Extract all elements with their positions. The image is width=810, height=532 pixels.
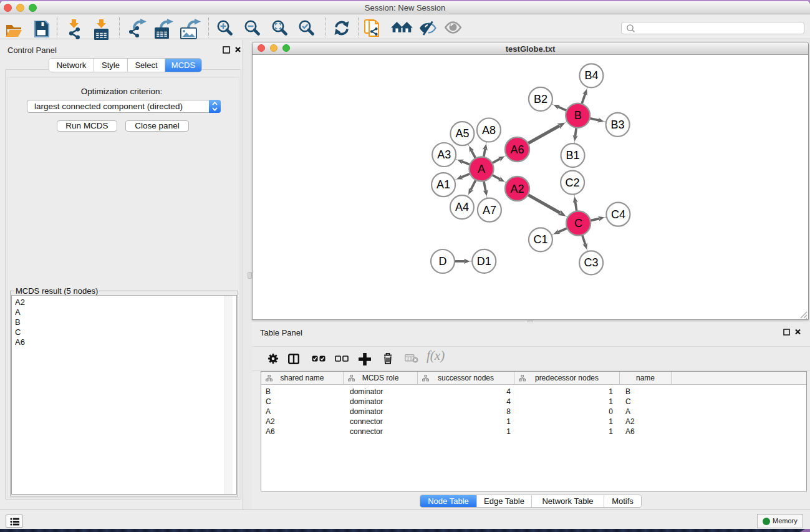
svg-text:B: B (574, 109, 582, 122)
svg-text:A7: A7 (483, 204, 496, 216)
svg-text:f(x): f(x) (427, 349, 445, 363)
svg-text:A5: A5 (455, 127, 469, 140)
svg-text:A: A (478, 163, 485, 175)
svg-text:A6: A6 (510, 143, 524, 156)
svg-text:B1: B1 (566, 149, 579, 162)
svg-text:B3: B3 (611, 118, 625, 131)
svg-text:C3: C3 (584, 256, 599, 269)
svg-text:A8: A8 (482, 124, 496, 137)
svg-text:B2: B2 (534, 93, 547, 105)
svg-text:C4: C4 (611, 208, 625, 221)
svg-text:D: D (439, 255, 447, 268)
svg-text:B4: B4 (584, 69, 598, 82)
svg-text:A2: A2 (510, 183, 524, 195)
svg-text:A1: A1 (436, 178, 450, 191)
svg-text:A3: A3 (437, 148, 451, 161)
svg-text:C2: C2 (566, 177, 580, 189)
svg-text:C: C (574, 217, 582, 230)
svg-text:D1: D1 (477, 255, 491, 268)
svg-text:A4: A4 (455, 201, 469, 213)
svg-text:C1: C1 (533, 233, 547, 246)
